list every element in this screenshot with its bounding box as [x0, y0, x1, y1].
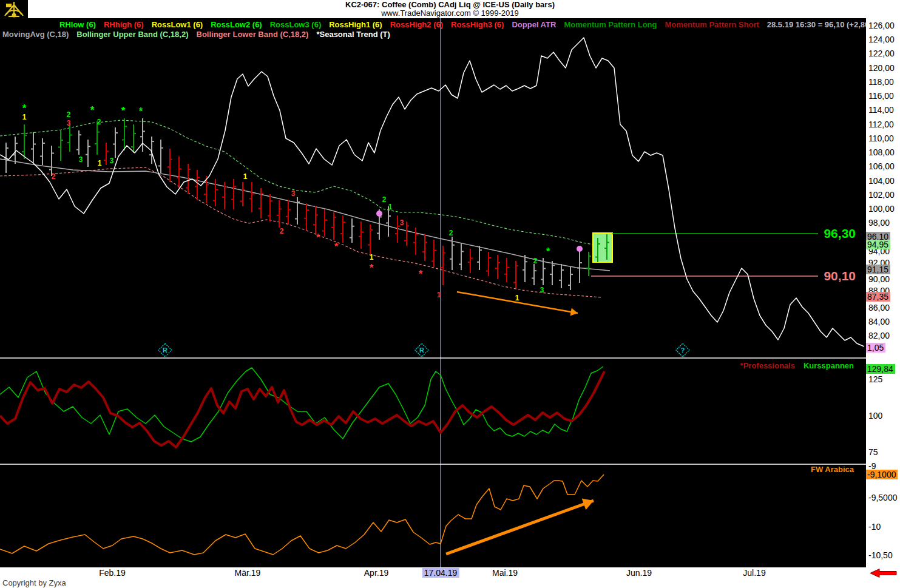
last-quote-text: 28.5.19 16:30 = 96,10 (+2,80) — [767, 20, 872, 29]
y-tick: 112,00 — [868, 120, 894, 129]
y-tick: 100 — [868, 411, 882, 421]
title-bar: KC2-067: Coffee (Comb) CAdj Liq @ ICE-US… — [0, 0, 900, 18]
y-tick: 110,00 — [868, 133, 894, 143]
pane2-legend-item: *Professionals — [740, 361, 795, 370]
indicator-legend-row1: RHlow (6)RHhigh (6)RossLow1 (6)RossLow2 … — [59, 20, 872, 29]
y-tick: -9,5000 — [868, 493, 897, 502]
y-tick: 116,00 — [868, 91, 894, 101]
y-tick: 100,00 — [868, 204, 895, 214]
chart-background — [0, 18, 866, 567]
support-price-label: 90,10 — [812, 269, 856, 283]
y-tick: 102,00 — [868, 190, 895, 200]
legend-item: Momentum Pattern Long — [564, 20, 657, 29]
y-tick: 86,00 — [868, 303, 890, 313]
y-tick: 75 — [868, 447, 878, 457]
y-tick: 84,00 — [868, 317, 890, 326]
legend-item: Bollinger Upper Band (C,18,2) — [76, 30, 188, 39]
legend-item: RossLow2 (6) — [211, 20, 262, 29]
tradenavigator-sextant-icon — [0, 0, 28, 19]
time-axis[interactable]: Feb.19Mär.19Apr.1917.04.19Mai.19Jun.19Ju… — [0, 567, 900, 578]
y-tick: 125 — [868, 374, 882, 384]
legend-item: RHhigh (6) — [104, 20, 144, 29]
y-axis-value-badge: -9,1000 — [866, 470, 898, 479]
title-wrap: KC2-067: Coffee (Comb) CAdj Liq @ ICE-US… — [0, 0, 900, 18]
site-url: www.TradeNavigator.com © 1999-2019 — [0, 9, 900, 18]
pane2-legend: *ProfessionalsKursspannen — [668, 361, 854, 370]
legend-item: RossHigh2 (6) — [390, 20, 443, 29]
legend-item: Momentum Pattern Short — [665, 20, 759, 29]
x-axis-label: Mär.19 — [235, 568, 261, 578]
y-tick: 104,00 — [868, 176, 895, 186]
legend-item: RossLow1 (6) — [152, 20, 203, 29]
legend-item: RHlow (6) — [59, 20, 96, 29]
y-tick: 106,00 — [868, 161, 895, 171]
y-tick: 126,00 — [868, 21, 895, 30]
pane2-legend-item: Kursspannen — [804, 361, 854, 370]
y-axis-value-badge: 94,95 — [866, 240, 890, 249]
y-axis-value-badge: 91,15 — [866, 265, 890, 274]
legend-item: *Seasonal Trend (T) — [316, 30, 390, 39]
y-tick: 122,00 — [868, 49, 895, 58]
y-tick: 124,00 — [868, 35, 895, 44]
y-tick: 98,00 — [868, 218, 890, 228]
y-tick: 118,00 — [868, 77, 894, 87]
x-axis-label: Jun.19 — [626, 568, 652, 578]
copyright-text: Copyright by Zyxa — [2, 578, 66, 587]
legend-item: MovingAvg (C,18) — [2, 30, 69, 39]
legend-item: RossLow3 (6) — [270, 20, 322, 29]
x-axis-label: Mai.19 — [492, 568, 518, 578]
indicator-legend-row2: MovingAvg (C,18)Bollinger Upper Band (C,… — [2, 30, 390, 39]
resistance-price-label: 96,30 — [812, 226, 856, 241]
y-axis-value-badge: 1,05 — [866, 343, 885, 353]
y-tick: 108,00 — [868, 147, 895, 157]
legend-item: RossHigh1 (6) — [329, 20, 382, 29]
y-axis-value-badge: 129,84 — [866, 364, 895, 374]
y-tick: 114,00 — [868, 105, 894, 115]
y-tick: -10 — [868, 522, 881, 532]
selected-date-label: 17.04.19 — [422, 568, 459, 578]
y-tick: 82,00 — [868, 331, 890, 340]
trade-navigator-window: KC2-067: Coffee (Comb) CAdj Liq @ ICE-US… — [0, 0, 900, 588]
x-axis-label: Jul.19 — [743, 568, 765, 578]
y-tick: 120,00 — [868, 63, 895, 73]
x-axis-label: Feb.19 — [99, 568, 126, 578]
status-strip: Copyright by Zyxa — [0, 578, 900, 588]
price-axis[interactable]: 126,00124,00122,00120,00118,00116,00114,… — [866, 18, 900, 578]
legend-item: Bollinger Lower Band (C,18,2) — [197, 30, 309, 39]
y-axis-value-badge: 87,35 — [866, 292, 890, 302]
pane3-legend-item: FW Arabica — [811, 465, 854, 474]
y-tick: 90,00 — [868, 274, 890, 284]
legend-item: RossHigh3 (6) — [451, 20, 504, 29]
y-tick: -10,50 — [868, 550, 893, 560]
pane3-legend: FW Arabica — [668, 465, 854, 474]
chart-title: KC2-067: Coffee (Comb) CAdj Liq @ ICE-US… — [0, 0, 900, 9]
scroll-left-arrow-icon[interactable] — [870, 569, 898, 578]
x-axis-label: Apr.19 — [364, 568, 388, 578]
app-logo-box[interactable] — [0, 0, 28, 19]
legend-item: Doppel ATR — [512, 20, 556, 29]
